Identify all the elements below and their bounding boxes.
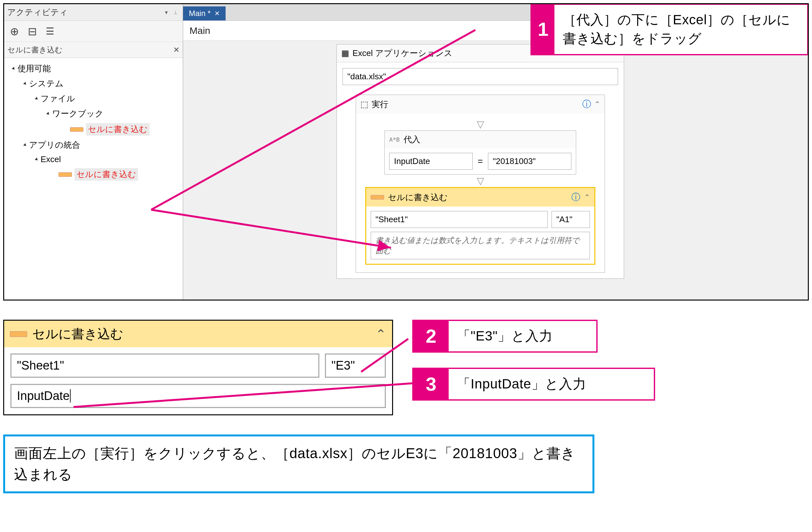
write-cell-detail: セルに書き込む ⌃ "Sheet1" "E3" InputDate: [3, 320, 393, 415]
arrow-head-icon: [377, 240, 391, 253]
callout-text: ［代入］の下に［Excel］の［セルに書き込む］をドラッグ: [554, 5, 807, 54]
lower-section: セルに書き込む ⌃ "Sheet1" "E3" InputDate 2 「"E3…: [3, 320, 809, 493]
write-cell-detail-title: セルに書き込む: [32, 325, 124, 343]
callout-3: 3 「InputDate」と入力: [412, 368, 655, 401]
tree-write-cell-2[interactable]: セルに書き込む: [6, 166, 181, 183]
workflow-canvas[interactable]: ▦ Excel アプリケーションス "data.xlsx" ⬚ 実行 ⓘ ⌃: [183, 41, 808, 300]
collapse-icon[interactable]: ⌃: [376, 327, 386, 342]
callout-text: 「"E3"」と入力: [449, 321, 561, 351]
assign-icon: A*B: [389, 136, 400, 143]
tree-workbook[interactable]: ワークブック: [6, 106, 181, 121]
collapse-icon[interactable]: ⌃: [594, 100, 600, 109]
detail-sheet-input[interactable]: "Sheet1": [11, 354, 319, 377]
activities-panel-header: アクティビティ ▾ ⟂: [4, 4, 183, 21]
assign-to-input[interactable]: InputDate: [389, 153, 473, 170]
activities-search[interactable]: セルに書き込む ✕: [4, 42, 183, 58]
assign-activity[interactable]: A*B 代入 InputDate = "20181003": [385, 130, 576, 175]
tab-label: Main *: [189, 9, 211, 18]
clear-search-icon[interactable]: ✕: [173, 45, 179, 54]
connector-icon: ▽: [365, 175, 596, 187]
do-sequence[interactable]: ⬚ 実行 ⓘ ⌃ ▽ A*B 代入: [356, 95, 605, 273]
assign-title: 代入: [404, 134, 420, 145]
filter-icon[interactable]: ☰: [46, 26, 54, 37]
activities-panel-title: アクティビティ: [8, 7, 68, 18]
search-text: セルに書き込む: [8, 45, 63, 55]
tab-main[interactable]: Main * ✕: [183, 6, 226, 20]
tree-excel[interactable]: Excel: [6, 153, 181, 166]
info-icon[interactable]: ⓘ: [571, 191, 580, 203]
sequence-title: 実行: [372, 99, 388, 110]
detail-cell-input[interactable]: "E3": [325, 354, 386, 377]
workbook-path-input[interactable]: "data.xlsx": [343, 68, 618, 85]
cell-input[interactable]: "A1": [552, 211, 590, 228]
equals-label: =: [478, 156, 483, 167]
close-tab-icon[interactable]: ✕: [214, 10, 220, 17]
callout-number: 3: [414, 369, 449, 399]
activity-icon: [10, 331, 27, 337]
activities-tree: 使用可能 システム ファイル ワークブック セルに書き込む アプリの統合 Exc…: [4, 58, 183, 300]
panel-options-icon[interactable]: ▾: [165, 9, 171, 16]
tree-file[interactable]: ファイル: [6, 91, 181, 106]
activity-icon: [371, 195, 384, 200]
pin-icon[interactable]: ⟂: [174, 9, 179, 16]
scope-title: Excel アプリケーションス: [352, 48, 452, 59]
info-icon[interactable]: ⓘ: [582, 98, 591, 110]
expand-icon[interactable]: ⊕: [10, 25, 19, 38]
activities-panel: アクティビティ ▾ ⟂ ⊕ ⊟ ☰ セルに書き込む ✕ 使用可能 システム ファ…: [4, 4, 183, 300]
sequence-icon: ⬚: [361, 99, 368, 109]
callout-number: 1: [532, 5, 554, 54]
tree-system[interactable]: システム: [6, 76, 181, 91]
callout-1: 1 ［代入］の下に［Excel］の［セルに書き込む］をドラッグ: [531, 3, 809, 55]
detail-value-input[interactable]: InputDate: [11, 384, 386, 408]
value-input-placeholder[interactable]: 書き込む値または数式を入力します。テキストは引用符で囲む: [371, 232, 590, 259]
top-screenshot: アクティビティ ▾ ⟂ ⊕ ⊟ ☰ セルに書き込む ✕ 使用可能 システム ファ…: [3, 3, 809, 301]
callout-2: 2 「"E3"」と入力: [412, 320, 598, 353]
tree-root[interactable]: 使用可能: [6, 61, 181, 76]
tree-write-cell-1[interactable]: セルに書き込む: [6, 121, 181, 138]
write-cell-title: セルに書き込む: [388, 192, 448, 203]
assign-value-input[interactable]: "20181003": [488, 153, 571, 170]
sheet-input[interactable]: "Sheet1": [371, 211, 548, 228]
activity-icon: [70, 127, 83, 132]
tree-integration[interactable]: アプリの統合: [6, 138, 181, 153]
activity-icon: [58, 172, 72, 177]
scope-icon: ▦: [341, 48, 349, 58]
callout-number: 2: [414, 321, 449, 351]
write-cell-activity[interactable]: セルに書き込む ⓘ ⌃ "Sheet1" "A1": [365, 187, 595, 265]
connector-icon: ▽: [365, 118, 596, 130]
activities-toolbar: ⊕ ⊟ ☰: [4, 21, 183, 42]
collapse-icon[interactable]: ⌃: [584, 193, 590, 201]
info-note: 画面左上の［実行］をクリックすると、［data.xlsx］のセルE3に「2018…: [3, 434, 594, 493]
collapse-icon[interactable]: ⊟: [28, 25, 37, 38]
callout-text: 「InputDate」と入力: [449, 369, 595, 399]
